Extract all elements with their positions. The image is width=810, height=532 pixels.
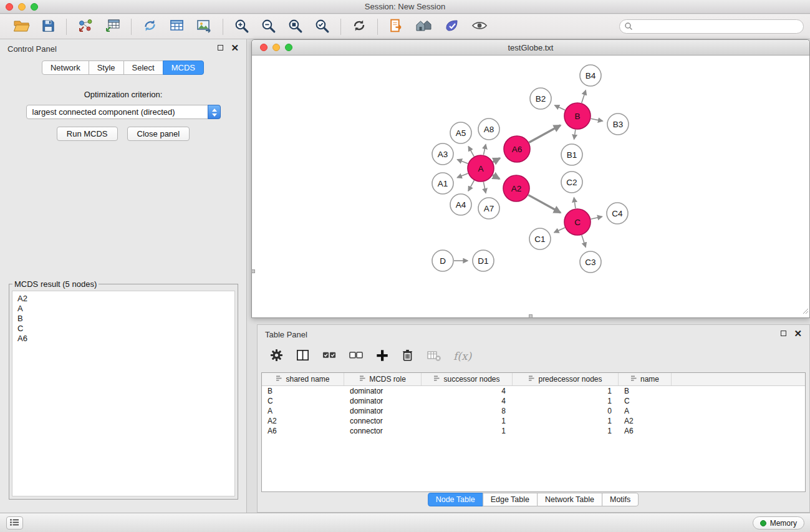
- save-session-button[interactable]: [40, 17, 57, 36]
- minimize-window-button[interactable]: [18, 3, 26, 11]
- graph-edge-A-A5[interactable]: [468, 147, 474, 157]
- close-window-button[interactable]: [6, 3, 13, 11]
- zoom-selected-button[interactable]: [313, 17, 331, 37]
- graph-node-B3[interactable]: B3: [607, 114, 629, 135]
- table-row[interactable]: Cdominator41C: [262, 396, 805, 406]
- graph-node-A4[interactable]: A4: [450, 194, 471, 215]
- first-neighbors-button[interactable]: [387, 17, 405, 37]
- tab-style[interactable]: Style: [89, 60, 124, 75]
- mcds-result-item[interactable]: A6: [17, 334, 234, 344]
- home-button[interactable]: [414, 17, 434, 36]
- resize-grip-bottom[interactable]: [529, 314, 533, 318]
- graph-edge-A-A4[interactable]: [468, 180, 474, 191]
- memory-button[interactable]: Memory: [753, 516, 804, 530]
- zoom-in-button[interactable]: [233, 17, 251, 37]
- new-network-button[interactable]: [141, 17, 159, 36]
- tab-select[interactable]: Select: [123, 60, 163, 75]
- network-zoom-button[interactable]: [285, 44, 292, 51]
- table-settings-button[interactable]: [269, 347, 284, 365]
- graph-node-A[interactable]: A: [468, 155, 494, 181]
- graph-node-C[interactable]: C: [564, 209, 591, 235]
- close-table-panel-icon[interactable]: ✕: [794, 330, 802, 337]
- graph-edge-A6-B[interactable]: [529, 125, 560, 143]
- delete-table-button[interactable]: [426, 348, 442, 365]
- table-row[interactable]: Adominator80A: [262, 406, 805, 416]
- run-mcds-button[interactable]: Run MCDS: [57, 127, 118, 141]
- tab-mcds[interactable]: MCDS: [163, 60, 204, 75]
- refresh-button[interactable]: [350, 17, 368, 36]
- graph-node-A5[interactable]: A5: [450, 122, 471, 143]
- deselect-all-button[interactable]: [348, 347, 364, 365]
- graph-node-A6[interactable]: A6: [504, 136, 530, 162]
- graph-edge-C-C1[interactable]: [554, 228, 565, 233]
- graph-edge-A-A3[interactable]: [457, 160, 468, 163]
- mcds-result-item[interactable]: B: [17, 314, 234, 324]
- tab-network[interactable]: Network: [42, 60, 89, 75]
- graph-edge-C-C4[interactable]: [591, 216, 602, 219]
- graph-node-A1[interactable]: A1: [432, 173, 453, 194]
- graph-node-B4[interactable]: B4: [580, 65, 601, 86]
- import-table-button[interactable]: [104, 17, 122, 36]
- network-close-button[interactable]: [260, 44, 268, 51]
- open-session-button[interactable]: [12, 17, 31, 36]
- graph-edge-B-B2[interactable]: [555, 105, 566, 110]
- float-panel-icon[interactable]: [218, 45, 223, 51]
- graph-node-A8[interactable]: A8: [478, 118, 499, 140]
- new-table-button[interactable]: [168, 17, 186, 36]
- network-canvas[interactable]: B4B2BB3A5A8A6B1A3AC2A1A2A4A7C4CC1DD1C3: [252, 56, 809, 317]
- import-network-button[interactable]: [76, 17, 95, 36]
- search-input[interactable]: [619, 19, 804, 34]
- graph-node-C4[interactable]: C4: [607, 203, 628, 224]
- zoom-fit-button[interactable]: [286, 17, 304, 37]
- table-row[interactable]: A6connector11A6: [262, 426, 805, 436]
- network-window-titlebar[interactable]: testGlobe.txt: [252, 40, 809, 56]
- tab-edge-table[interactable]: Edge Table: [483, 493, 538, 506]
- graph-node-B2[interactable]: B2: [530, 88, 551, 109]
- graph-node-B1[interactable]: B1: [561, 144, 582, 165]
- graph-node-B[interactable]: B: [564, 103, 591, 129]
- graph-edge-A-A8[interactable]: [483, 144, 486, 155]
- dropdown-stepper-icon[interactable]: [208, 105, 221, 119]
- graph-node-A2[interactable]: A2: [503, 175, 529, 201]
- show-columns-button[interactable]: [295, 347, 311, 365]
- create-column-button[interactable]: [375, 348, 390, 365]
- graph-node-D1[interactable]: D1: [473, 250, 494, 271]
- zoom-window-button[interactable]: [31, 3, 38, 11]
- column-header-successor-nodes[interactable]: successor nodes: [422, 373, 513, 385]
- mcds-result-item[interactable]: C: [17, 324, 234, 334]
- graph-node-A7[interactable]: A7: [478, 198, 499, 219]
- function-builder-button[interactable]: f(x): [453, 349, 472, 363]
- graph-node-C2[interactable]: C2: [561, 172, 582, 193]
- select-all-button[interactable]: [321, 347, 337, 365]
- close-panel-button[interactable]: Close panel: [127, 127, 190, 141]
- graph-edge-A-A7[interactable]: [483, 182, 486, 193]
- graph-node-C1[interactable]: C1: [529, 228, 551, 249]
- annotation-button[interactable]: [443, 17, 461, 36]
- graph-edge-B-B1[interactable]: [574, 130, 576, 139]
- column-header-MCDS-role[interactable]: MCDS role: [344, 373, 422, 385]
- table-row[interactable]: Bdominator41B: [262, 386, 805, 396]
- node-table[interactable]: shared nameMCDS rolesuccessor nodesprede…: [261, 372, 806, 492]
- column-header-predecessor-nodes[interactable]: predecessor nodes: [513, 373, 619, 385]
- graph-edge-A-A2[interactable]: [493, 175, 499, 179]
- float-table-panel-icon[interactable]: [781, 331, 786, 336]
- zoom-out-button[interactable]: [259, 17, 277, 37]
- resize-grip-corner[interactable]: [801, 306, 809, 317]
- delete-column-button[interactable]: [400, 347, 415, 365]
- graph-node-A3[interactable]: A3: [432, 143, 453, 165]
- export-image-button[interactable]: [195, 17, 213, 36]
- mcds-result-item[interactable]: A: [17, 304, 234, 314]
- graph-edge-C-C3[interactable]: [582, 235, 586, 247]
- network-minimize-button[interactable]: [272, 44, 280, 51]
- graph-edge-A-A6[interactable]: [493, 158, 499, 162]
- close-panel-icon[interactable]: ✕: [231, 44, 239, 51]
- task-list-button[interactable]: [6, 516, 23, 530]
- criterion-dropdown[interactable]: largest connected component (directed): [26, 105, 221, 119]
- tab-motifs[interactable]: Motifs: [602, 493, 639, 506]
- column-header-name[interactable]: name: [619, 373, 672, 385]
- show-hide-details-button[interactable]: [470, 17, 489, 36]
- graph-edge-C-C2[interactable]: [574, 198, 575, 208]
- graph-edge-A2-C[interactable]: [528, 195, 561, 213]
- graph-edge-A-A1[interactable]: [457, 173, 468, 178]
- mcds-result-list[interactable]: A2ABCA6: [12, 291, 235, 496]
